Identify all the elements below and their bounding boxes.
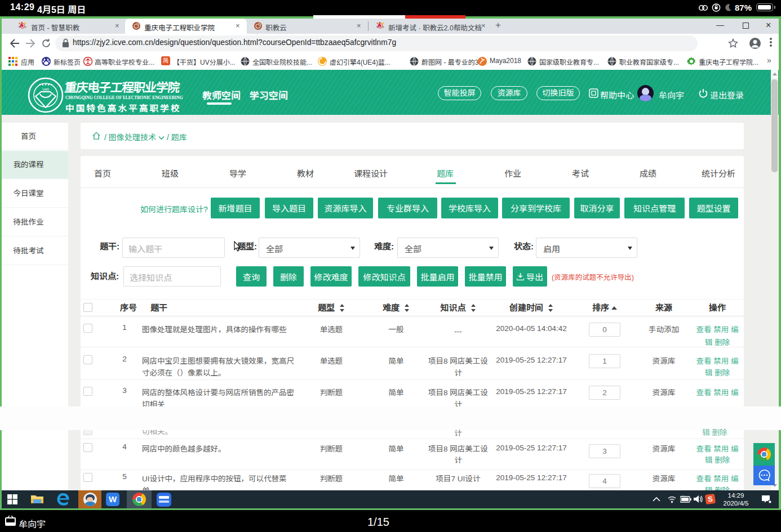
svg-text:1965: 1965 — [42, 88, 49, 91]
svg-text:● ● ● ● ●: ● ● ● ● ● — [39, 83, 52, 86]
